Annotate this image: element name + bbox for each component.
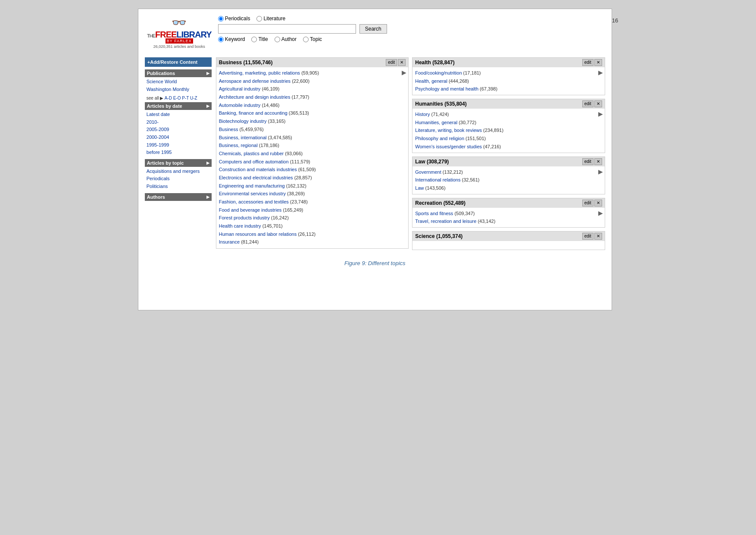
business-link-22[interactable]: Metals, metalworking and machinery (19,2… [219,246,406,248]
humanities-close-btn[interactable]: ✕ [594,100,602,107]
business-link-10[interactable]: Chemicals, plastics and rubber (93,066) [219,150,406,158]
recreation-block: Recreation (552,489) edit ✕ ▶ Sports and… [412,198,605,228]
link-2005-2009[interactable]: 2005-2009 [147,126,212,134]
health-link-2[interactable]: Psychology and mental health (67,398) [415,85,602,93]
recreation-link-1[interactable]: Travel, recreation and leisure (43,142) [415,217,602,225]
business-link-1[interactable]: Aerospace and defense industries (22,600… [219,77,406,85]
search-row: Search [218,24,605,34]
law-link-2[interactable]: Law (143,506) [415,184,602,192]
radio-topic[interactable]: Topic [303,36,322,42]
science-block: Science (1,055,374) edit ✕ [412,231,605,250]
law-header-buttons: edit ✕ [582,158,602,165]
business-link-16[interactable]: Fashion, accessories and textiles (23,74… [219,198,406,206]
business-link-6[interactable]: Biotechnology industry (33,165) [219,117,406,125]
business-link-14[interactable]: Engineering and manufacturing (162,132) [219,182,406,190]
link-a-d[interactable]: A-D [165,96,172,100]
health-scroll-icon[interactable]: ▶ [598,69,603,76]
humanities-link-4[interactable]: Women's issues/gender studies (47,216) [415,143,602,151]
health-link-1[interactable]: Health, general (444,268) [415,77,602,85]
link-p-t[interactable]: P-T [182,96,189,100]
humanities-header-buttons: edit ✕ [582,100,602,107]
recreation-edit-btn[interactable]: edit [582,200,594,206]
search-input[interactable] [218,24,356,34]
page-number: 16 [612,17,618,24]
link-washington-monthly[interactable]: Washington Monthly [147,86,212,94]
science-edit-btn[interactable]: edit [582,233,594,240]
add-restore-button[interactable]: +Add/Restore Content [145,57,212,67]
link-e-o[interactable]: E-O [173,96,181,100]
link-1995-1999[interactable]: 1995-1999 [147,141,212,149]
business-link-4[interactable]: Automobile industry (14,486) [219,101,406,110]
health-title: Health (528,847) [415,59,454,66]
humanities-link-3[interactable]: Philosophy and religion (151,501) [415,135,602,143]
left-topics-col: Business (11,556,746) edit ✕ ▶ Advertisi… [216,57,409,253]
logo-byfarlex: BY FARLEX [166,38,193,44]
health-link-0[interactable]: Food/cooking/nutrition (17,181) [415,69,602,77]
humanities-link-2[interactable]: Literature, writing, book reviews (234,8… [415,126,602,135]
radio-literature[interactable]: Literature [256,16,285,22]
recreation-header-buttons: edit ✕ [582,200,602,206]
science-close-btn[interactable]: ✕ [594,233,602,240]
business-link-7[interactable]: Business (5,459,976) [219,125,406,134]
link-before-1995[interactable]: before 1995 [147,149,212,156]
business-link-13[interactable]: Electronics and electrical industries (2… [219,174,406,182]
humanities-link-0[interactable]: History (71,424) [415,110,602,119]
humanities-header: Humanities (535,804) edit ✕ [412,99,605,109]
business-link-2[interactable]: Agricultural industry (46,109) [219,85,406,93]
business-close-btn[interactable]: ✕ [398,59,406,66]
page-wrapper: 👓 THEFREELIBRARY BY FARLEX 26,020,351 ar… [138,9,612,310]
business-scroll-icon[interactable]: ▶ [402,69,406,76]
law-close-btn[interactable]: ✕ [594,158,602,165]
link-2000-2004[interactable]: 2000-2004 [147,134,212,141]
publications-arrow: ▶ [206,71,209,75]
business-link-21[interactable]: Insurance (81,244) [219,238,406,246]
law-edit-btn[interactable]: edit [582,158,594,165]
law-link-0[interactable]: Government (132,212) [415,168,602,176]
link-acquisitions[interactable]: Acquisitions and mergers [147,168,212,175]
main-content: +Add/Restore Content Publications ▶ Scie… [145,57,605,253]
business-link-12[interactable]: Construction and materials industries (6… [219,166,406,174]
business-link-8[interactable]: Business, international (3,474,585) [219,134,406,142]
humanities-link-1[interactable]: Humanities, general (30,772) [415,119,602,127]
radio-periodicals[interactable]: Periodicals [218,16,250,22]
link-politicians[interactable]: Politicians [147,183,212,191]
business-link-0[interactable]: Advertising, marketing, public relations… [219,69,406,77]
recreation-header: Recreation (552,489) edit ✕ [412,198,605,208]
business-link-19[interactable]: Health care industry (145,701) [219,222,406,230]
business-link-11[interactable]: Computers and office automation (111,579… [219,158,406,166]
link-periodicals[interactable]: Periodicals [147,175,212,183]
law-header: Law (308,279) edit ✕ [412,157,605,166]
recreation-link-0[interactable]: Sports and fitness (509,347) [415,210,602,218]
law-link-1[interactable]: International relations (32,561) [415,176,602,184]
radio-title[interactable]: Title [251,36,268,42]
link-2010[interactable]: 2010- [147,119,212,126]
business-link-17[interactable]: Food and beverage industries (165,249) [219,206,406,214]
humanities-scroll-icon[interactable]: ▶ [598,110,603,117]
business-link-5[interactable]: Banking, finance and accounting (365,513… [219,109,406,117]
recreation-close-btn[interactable]: ✕ [594,200,602,206]
health-header-buttons: edit ✕ [582,59,602,66]
search-button[interactable]: Search [359,24,387,34]
business-link-20[interactable]: Human resources and labor relations (26,… [219,230,406,238]
health-close-btn[interactable]: ✕ [594,59,602,66]
radio-author[interactable]: Author [275,36,297,42]
health-edit-btn[interactable]: edit [582,59,594,66]
business-block: Business (11,556,746) edit ✕ ▶ Advertisi… [216,57,409,249]
link-latest-date[interactable]: Latest date [147,111,212,119]
business-link-9[interactable]: Business, regional (178,186) [219,141,406,150]
logo-count: 26,020,351 articles and books [153,44,205,49]
radio-keyword[interactable]: Keyword [218,36,245,42]
humanities-edit-btn[interactable]: edit [582,100,594,107]
business-edit-btn[interactable]: edit [386,59,397,66]
business-link-15[interactable]: Environmental services industry (38,269) [219,190,406,198]
business-link-18[interactable]: Forest products industry (16,242) [219,214,406,222]
link-science-world[interactable]: Science World [147,78,212,86]
recreation-scroll-icon[interactable]: ▶ [598,210,603,216]
sidebar-section-publications: Publications ▶ [145,69,212,77]
link-u-z[interactable]: U-Z [190,96,197,100]
business-link-3[interactable]: Architecture and design industries (17,7… [219,93,406,101]
science-title: Science (1,055,374) [415,233,462,239]
logo-img: 👓 THEFREELIBRARY BY FARLEX 26,020,351 ar… [145,16,214,49]
periodicals-literature-row: Periodicals Literature [218,16,605,22]
law-scroll-icon[interactable]: ▶ [598,168,603,175]
